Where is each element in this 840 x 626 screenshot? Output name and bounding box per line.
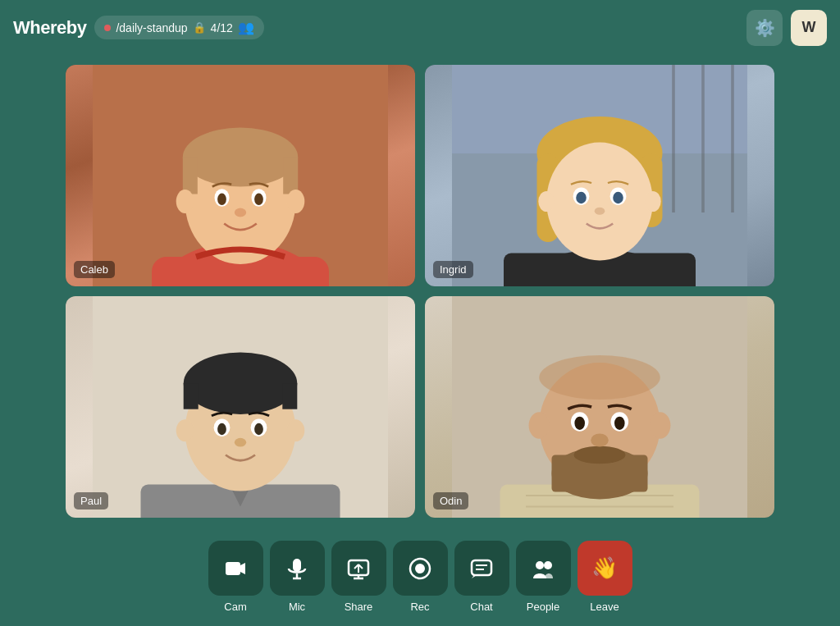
leave-label: Leave xyxy=(590,601,619,613)
svg-point-86 xyxy=(536,561,544,569)
svg-point-48 xyxy=(235,438,246,447)
svg-point-31 xyxy=(613,192,623,203)
svg-point-50 xyxy=(287,419,305,441)
svg-point-65 xyxy=(614,417,625,430)
svg-point-13 xyxy=(235,208,246,217)
svg-point-81 xyxy=(415,564,425,573)
mic-button[interactable] xyxy=(270,541,325,596)
svg-point-32 xyxy=(595,208,605,215)
svg-point-30 xyxy=(576,192,587,203)
video-tile-paul: Paul xyxy=(66,296,415,518)
toolbar-item-leave: 👋 Leave xyxy=(578,541,632,613)
svg-point-46 xyxy=(217,423,226,435)
participant-name-odin: Odin xyxy=(433,492,468,509)
svg-point-87 xyxy=(544,561,552,569)
logo: Whereby xyxy=(13,17,86,39)
rec-label: Rec xyxy=(410,601,429,613)
video-tile-caleb: Caleb xyxy=(66,65,415,286)
header: Whereby /daily-standup 🔒 4/12 👥 ⚙️ W xyxy=(0,0,840,55)
cam-label: Cam xyxy=(224,601,246,613)
people-label: People xyxy=(527,601,559,613)
chat-label: Chat xyxy=(470,601,492,613)
header-left: Whereby /daily-standup 🔒 4/12 👥 xyxy=(13,16,264,39)
svg-point-68 xyxy=(650,412,670,438)
svg-rect-71 xyxy=(293,559,301,572)
header-right: ⚙️ W xyxy=(746,10,827,46)
rec-button[interactable] xyxy=(393,541,448,596)
user-avatar-button[interactable]: W xyxy=(791,10,827,46)
svg-point-49 xyxy=(176,419,194,441)
lock-icon: 🔒 xyxy=(193,21,206,34)
svg-rect-42 xyxy=(184,383,199,409)
video-tile-ingrid: Ingrid xyxy=(425,65,774,286)
toolbar-item-people: People xyxy=(516,541,571,613)
toolbar-item-rec: Rec xyxy=(393,541,448,613)
video-tile-odin: Odin xyxy=(425,296,774,518)
svg-point-66 xyxy=(591,433,609,446)
share-button[interactable] xyxy=(331,541,386,596)
mic-label: Mic xyxy=(289,601,305,613)
chat-button[interactable] xyxy=(454,541,509,596)
room-status-dot xyxy=(104,25,111,31)
svg-point-61 xyxy=(574,446,626,464)
toolbar-item-mic: Mic xyxy=(270,541,325,613)
toolbar: Cam Mic Share xyxy=(0,528,840,626)
toolbar-item-cam: Cam xyxy=(208,541,263,613)
svg-point-34 xyxy=(645,191,661,212)
svg-point-11 xyxy=(217,194,226,205)
people-button[interactable] xyxy=(516,541,571,596)
room-info[interactable]: /daily-standup 🔒 4/12 👥 xyxy=(94,16,263,39)
participant-name-caleb: Caleb xyxy=(74,261,115,278)
svg-rect-7 xyxy=(183,158,198,194)
svg-point-12 xyxy=(254,194,263,205)
svg-rect-82 xyxy=(472,560,491,575)
svg-point-15 xyxy=(287,190,305,213)
people-count-icon: 👥 xyxy=(238,20,254,35)
video-grid: Caleb xyxy=(0,55,840,528)
svg-point-58 xyxy=(539,355,660,400)
participant-name-ingrid: Ingrid xyxy=(433,261,473,278)
settings-button[interactable]: ⚙️ xyxy=(746,10,783,46)
svg-point-14 xyxy=(176,190,194,213)
svg-point-27 xyxy=(546,143,653,261)
participant-name-paul: Paul xyxy=(74,492,108,509)
cam-button[interactable] xyxy=(208,541,263,596)
toolbar-item-chat: Chat xyxy=(454,541,509,613)
leave-button[interactable]: 👋 xyxy=(578,541,632,596)
svg-point-33 xyxy=(538,191,555,212)
svg-rect-69 xyxy=(226,562,240,575)
svg-point-67 xyxy=(529,412,550,438)
room-name: /daily-standup xyxy=(116,21,187,34)
svg-point-47 xyxy=(254,423,263,435)
svg-rect-43 xyxy=(282,383,297,409)
svg-point-64 xyxy=(574,417,585,430)
toolbar-item-share: Share xyxy=(331,541,386,613)
svg-rect-8 xyxy=(283,158,298,194)
svg-marker-70 xyxy=(240,563,245,574)
svg-point-6 xyxy=(183,128,298,187)
share-label: Share xyxy=(345,601,373,613)
participant-count: 4/12 xyxy=(211,21,233,34)
svg-marker-85 xyxy=(472,575,477,578)
svg-point-41 xyxy=(184,352,298,414)
